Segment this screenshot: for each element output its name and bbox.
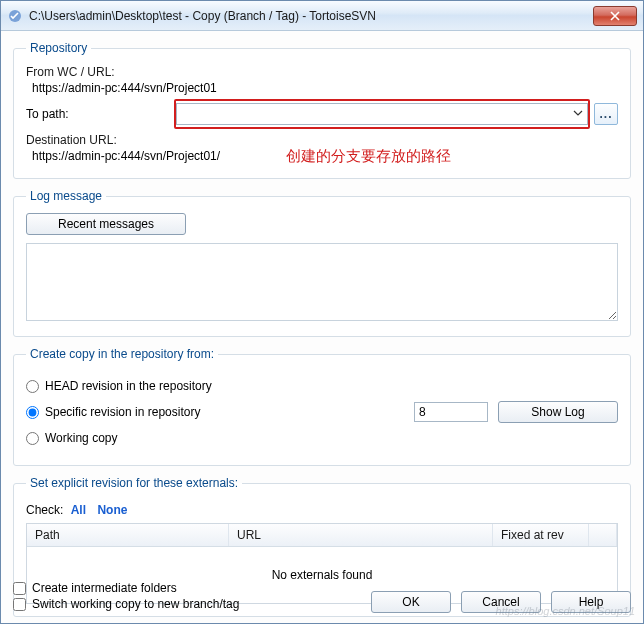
help-button[interactable]: Help: [551, 591, 631, 613]
intermediate-label: Create intermediate folders: [32, 581, 177, 595]
col-tail: [589, 524, 617, 546]
from-url: https://admin-pc:444/svn/Project01: [32, 81, 618, 95]
check-all-link[interactable]: All: [71, 503, 86, 517]
externals-legend: Set explicit revision for these external…: [26, 476, 242, 490]
create-copy-legend: Create copy in the repository from:: [26, 347, 218, 361]
client-area: Repository From WC / URL: https://admin-…: [1, 31, 643, 623]
radio-specific[interactable]: [26, 406, 39, 419]
dest-url-label: Destination URL:: [26, 133, 286, 147]
radio-wc-row[interactable]: Working copy: [26, 427, 618, 449]
repository-legend: Repository: [26, 41, 91, 55]
radio-head-label: HEAD revision in the repository: [45, 379, 212, 393]
chevron-down-icon: [573, 107, 583, 122]
intermediate-checkbox[interactable]: [13, 582, 26, 595]
app-icon: [7, 8, 23, 24]
check-row: Check: All None: [26, 503, 618, 517]
radio-wc-label: Working copy: [45, 431, 117, 445]
from-label: From WC / URL:: [26, 65, 618, 79]
dialog-buttons: OK Cancel Help: [371, 591, 631, 613]
annotation-text: 创建的分支要存放的路径: [286, 147, 451, 166]
to-path-combo[interactable]: [176, 103, 588, 125]
to-path-label: To path:: [26, 107, 176, 121]
check-label: Check:: [26, 503, 63, 517]
log-message-input[interactable]: [26, 243, 618, 321]
col-path[interactable]: Path: [27, 524, 229, 546]
create-copy-group: Create copy in the repository from: HEAD…: [13, 347, 631, 466]
browse-button[interactable]: ...: [594, 103, 618, 125]
radio-specific-label: Specific revision in repository: [45, 405, 200, 419]
col-fixed[interactable]: Fixed at rev: [493, 524, 589, 546]
bottom-area: Create intermediate folders Switch worki…: [13, 579, 631, 613]
switch-checkbox[interactable]: [13, 598, 26, 611]
dest-url-value: https://admin-pc:444/svn/Project01/: [32, 149, 286, 163]
radio-specific-row[interactable]: Specific revision in repository: [26, 405, 200, 419]
cancel-button[interactable]: Cancel: [461, 591, 541, 613]
dialog-window: C:\Users\admin\Desktop\test - Copy (Bran…: [0, 0, 644, 624]
check-none-link[interactable]: None: [97, 503, 127, 517]
switch-label: Switch working copy to new branch/tag: [32, 597, 239, 611]
window-title: C:\Users\admin\Desktop\test - Copy (Bran…: [29, 9, 593, 23]
revision-input[interactable]: [414, 402, 488, 422]
close-button[interactable]: [593, 6, 637, 26]
log-message-legend: Log message: [26, 189, 106, 203]
show-log-button[interactable]: Show Log: [498, 401, 618, 423]
repository-group: Repository From WC / URL: https://admin-…: [13, 41, 631, 179]
table-header: Path URL Fixed at rev: [27, 524, 617, 547]
recent-messages-button[interactable]: Recent messages: [26, 213, 186, 235]
titlebar[interactable]: C:\Users\admin\Desktop\test - Copy (Bran…: [1, 1, 643, 31]
ok-button[interactable]: OK: [371, 591, 451, 613]
radio-head-row[interactable]: HEAD revision in the repository: [26, 375, 618, 397]
radio-head[interactable]: [26, 380, 39, 393]
log-message-group: Log message Recent messages: [13, 189, 631, 337]
col-url[interactable]: URL: [229, 524, 493, 546]
radio-wc[interactable]: [26, 432, 39, 445]
